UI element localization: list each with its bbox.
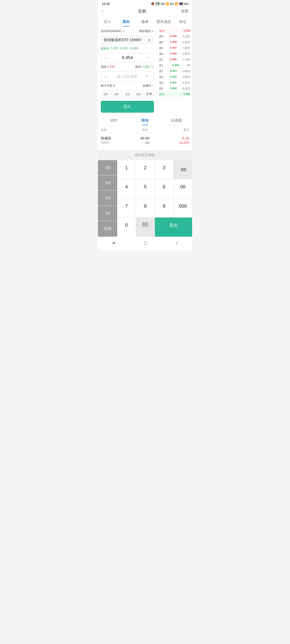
holding-pnl-val: -5.30 xyxy=(178,136,189,140)
kb-fraction-1-2[interactable]: 1/2 xyxy=(98,206,117,221)
key-2[interactable]: 2 xyxy=(136,160,155,179)
holding-pos-col: 45.50 100 xyxy=(140,136,150,144)
main-tab-bar: 买入 卖出 撤单 委托成交 持仓 xyxy=(98,17,192,27)
price-info: 最新价 0.455 -0.002 -0.44% xyxy=(101,46,154,51)
order-book: 涨停 0.548 卖5 0.459 5.13万 卖4 0.458 6.00万 卖… xyxy=(157,27,192,115)
order-type-label: 限价委托 xyxy=(139,29,151,33)
rise-limit-label: 涨停 xyxy=(101,65,107,68)
svg-rect-7 xyxy=(143,224,144,225)
keyboard-title: 国信安全键盘 xyxy=(98,150,192,160)
rise-limit: 涨停 0.548 xyxy=(101,65,114,69)
status-time: 12:15 xyxy=(102,2,110,6)
tab-buy[interactable]: 买入 xyxy=(98,20,117,26)
ask-row-3: 卖3 0.457 1.93万 xyxy=(159,45,190,51)
key-6[interactable]: 6 xyxy=(155,179,174,198)
header-position: 持仓 xyxy=(142,128,148,132)
ask-row-4: 卖4 0.458 6.00万 xyxy=(159,40,190,45)
svg-rect-4 xyxy=(144,223,145,224)
back-button[interactable]: ‹ xyxy=(102,9,103,14)
header-pnl: 盈亏 xyxy=(183,128,189,132)
fraction-btn-all[interactable]: 全部 xyxy=(144,90,154,98)
holding-row-0[interactable]: 创成长 159967 45.50 100 -5.30 -10.43% xyxy=(101,134,189,147)
nav-home-icon[interactable]: □ xyxy=(144,240,147,246)
tab-timeshare[interactable]: 分时 xyxy=(98,115,129,125)
qty-input-row: — 输入卖出数量 + xyxy=(101,72,154,82)
bid-row-1: 买1 0.454 40 xyxy=(159,63,190,68)
price-increase-button[interactable]: + xyxy=(146,55,151,60)
kb-fraction-1-3[interactable]: 1/3 xyxy=(98,190,117,206)
book-rise-label: 涨停 xyxy=(159,29,164,33)
battery-level: 29 xyxy=(185,2,188,5)
account-badge[interactable]: 深A0351464947 ▼ xyxy=(101,29,125,33)
holdings-section: 名称 持仓 盈亏 创成长 159967 45.50 100 -5.30 -10.… xyxy=(98,126,192,150)
price-change: -0.002 xyxy=(120,46,128,51)
amount-val: -- xyxy=(152,84,154,87)
key-00[interactable]: 00 xyxy=(174,179,192,198)
amount-label: 金额约 -- xyxy=(142,84,154,88)
rise-limit-val: 0.548 xyxy=(107,65,114,68)
key-sell[interactable]: 卖出 xyxy=(155,218,192,236)
stock-name: 创业板成长ETF 159967 xyxy=(104,38,142,42)
key-9[interactable]: 9 xyxy=(155,198,174,217)
fraction-buttons: 1/5 1/4 1/3 1/2 全部 xyxy=(101,90,154,98)
svg-rect-6 xyxy=(147,223,147,224)
tab-watchlist[interactable]: 自选股 xyxy=(161,115,192,125)
status-bar: 12:15 🔕 HD 5G 📶 5G 📶 29 xyxy=(98,0,192,6)
account-row: 深A0351464947 ▼ 限价委托 ▼ xyxy=(101,29,154,33)
key-000[interactable]: 000 xyxy=(174,198,192,217)
account-id: 深A0351464947 xyxy=(101,29,122,33)
key-4[interactable]: 4 xyxy=(117,179,136,198)
key-keyboard-switch[interactable] xyxy=(136,218,155,236)
fraction-btn-1-3[interactable]: 1/3 xyxy=(122,90,132,98)
tab-position[interactable]: 持仓 xyxy=(173,20,192,26)
latest-price: 0.455 xyxy=(111,46,118,51)
price-value[interactable]: 0.454 xyxy=(109,55,146,60)
bottom-tab-bar: 分时 持仓 自选股 xyxy=(98,115,192,126)
key-8[interactable]: 8 xyxy=(136,198,155,217)
sell-button[interactable]: 卖出 xyxy=(101,101,154,113)
security-keyboard: 国信安全键盘 1/5 1/4 1/3 1/2 全部 1 2 3 4 xyxy=(98,150,192,236)
key-1[interactable]: 1 xyxy=(117,160,136,179)
tab-entrust[interactable]: 委托成交 xyxy=(155,20,173,26)
fraction-btn-1-4[interactable]: 1/4 xyxy=(112,90,121,98)
key-5[interactable]: 5 xyxy=(136,179,155,198)
key-backspace[interactable] xyxy=(174,160,192,179)
holding-code: 159967 xyxy=(101,141,112,144)
settings-button[interactable]: 设置 xyxy=(181,9,188,14)
bid-row-5: 买5 0.450 6.02万 xyxy=(159,86,190,92)
kb-fraction-1-4[interactable]: 1/4 xyxy=(98,175,117,190)
holding-qty: 100 xyxy=(140,141,150,144)
qty-decrease-button[interactable]: — xyxy=(103,74,109,79)
signal-bars-2: 📶 xyxy=(175,2,178,5)
tab-holdings[interactable]: 持仓 xyxy=(129,115,161,125)
help-icon[interactable]: ? xyxy=(151,65,154,69)
svg-rect-9 xyxy=(147,224,147,225)
svg-rect-3 xyxy=(143,223,144,224)
page-title: 交易 xyxy=(138,8,146,14)
tab-sell[interactable]: 卖出 xyxy=(117,20,135,26)
qty-input[interactable]: 输入卖出数量 xyxy=(109,74,146,79)
nav-menu-icon[interactable]: ≡ xyxy=(112,240,115,246)
svg-rect-5 xyxy=(145,223,146,224)
price-decrease-button[interactable]: — xyxy=(103,55,109,60)
fall-limit-row: 跌停 0.366 xyxy=(159,92,190,97)
fall-limit: 跌停 0.366 ? xyxy=(135,65,154,69)
max-sell-val: 0 xyxy=(113,84,115,87)
order-type-selector[interactable]: 限价委托 ▼ xyxy=(139,29,154,33)
tab-cancel[interactable]: 撤单 xyxy=(135,20,155,26)
kb-fraction-1-5[interactable]: 1/5 xyxy=(98,160,117,175)
key-0[interactable]: 0 xyxy=(117,218,136,236)
kb-fraction-all[interactable]: 全部 xyxy=(98,221,117,236)
fraction-btn-1-5[interactable]: 1/5 xyxy=(101,90,110,98)
book-fall-val: 0.366 xyxy=(183,92,190,96)
left-trade-panel: 深A0351464947 ▼ 限价委托 ▼ 创业板成长ETF 159967 ▼ … xyxy=(98,27,157,115)
keyboard-body: 1/5 1/4 1/3 1/2 全部 1 2 3 4 5 6 00 xyxy=(98,160,192,236)
fraction-btn-1-2[interactable]: 1/2 xyxy=(134,90,143,98)
key-7[interactable]: 7 xyxy=(117,198,136,217)
qty-increase-button[interactable]: + xyxy=(146,74,151,79)
header-name: 名称 xyxy=(101,128,107,132)
key-3[interactable]: 3 xyxy=(155,160,174,179)
stock-selector[interactable]: 创业板成长ETF 159967 ▼ xyxy=(101,35,154,44)
nav-back-icon[interactable]: ‹ xyxy=(176,240,178,246)
order-type-dropdown-icon: ▼ xyxy=(152,30,154,32)
